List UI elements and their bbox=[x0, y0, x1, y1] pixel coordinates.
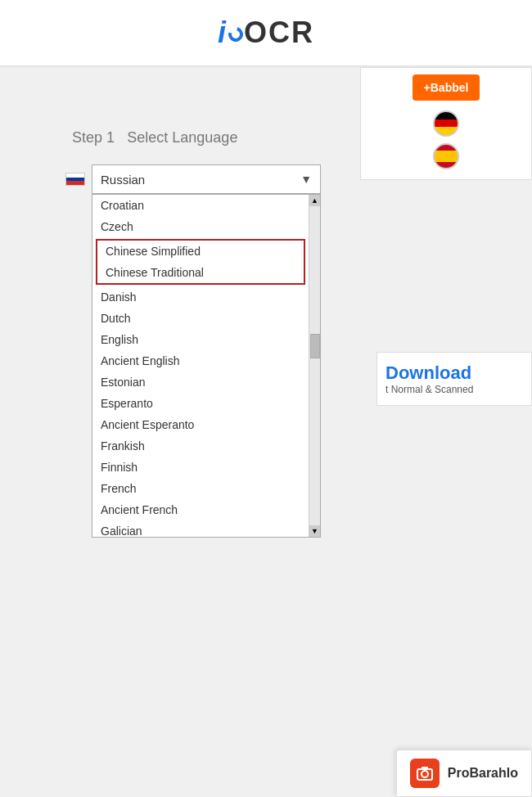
russian-flag-icon bbox=[65, 173, 85, 186]
download-title: Download bbox=[385, 362, 523, 384]
probarahlo-icon bbox=[410, 759, 440, 788]
dropdown-scrollbar[interactable]: ▲ ▼ bbox=[309, 195, 320, 537]
scrollbar-track bbox=[309, 206, 321, 525]
svg-rect-2 bbox=[422, 767, 428, 770]
list-item-french[interactable]: French bbox=[92, 478, 309, 499]
step-subtitle: Select Language bbox=[127, 129, 237, 146]
list-item-galician[interactable]: Galician bbox=[92, 520, 309, 538]
list-item-chinese-traditional[interactable]: Chinese Traditional bbox=[97, 262, 304, 283]
list-item-dutch[interactable]: Dutch bbox=[92, 308, 309, 329]
list-item-frankish[interactable]: Frankish bbox=[92, 435, 309, 457]
main-content: Step 1 Select Language Russian ▼ Croatia… bbox=[0, 98, 532, 210]
scrollbar-thumb[interactable] bbox=[310, 334, 320, 358]
step-number: Step 1 bbox=[72, 129, 115, 146]
step-title: Step 1 Select Language bbox=[65, 123, 467, 148]
language-selector: Russian ▼ Croatian Czech Chinese Simplif… bbox=[65, 164, 467, 194]
dropdown-list: Croatian Czech Chinese Simplified Chines… bbox=[92, 195, 309, 538]
list-item-ancient-esperanto[interactable]: Ancient Esperanto bbox=[92, 414, 309, 435]
download-subtitle: t Normal & Scanned bbox=[385, 384, 523, 395]
list-item-ancient-french[interactable]: Ancient French bbox=[92, 499, 309, 520]
list-item[interactable]: Czech bbox=[92, 216, 309, 237]
logo-ocr: OCR bbox=[244, 16, 314, 49]
list-item[interactable]: Croatian bbox=[92, 195, 309, 216]
logo-i: i bbox=[218, 16, 228, 49]
chinese-group: Chinese Simplified Chinese Traditional bbox=[96, 239, 305, 285]
list-item-estonian[interactable]: Estonian bbox=[92, 371, 309, 393]
scrollbar-down-button[interactable]: ▼ bbox=[309, 525, 321, 537]
list-item-ancient-english[interactable]: Ancient English bbox=[92, 350, 309, 371]
scrollbar-up-button[interactable]: ▲ bbox=[309, 195, 321, 206]
list-item-english[interactable]: English bbox=[92, 329, 309, 350]
selected-language-label: Russian bbox=[101, 173, 145, 187]
header: iOCR bbox=[0, 0, 532, 65]
logo-curve-icon bbox=[226, 25, 246, 45]
logo: iOCR bbox=[218, 16, 314, 50]
camera-icon bbox=[416, 764, 434, 782]
language-dropdown[interactable]: Croatian Czech Chinese Simplified Chines… bbox=[92, 194, 321, 538]
footer-bar: ProBarahlo bbox=[396, 750, 532, 797]
list-item-finnish[interactable]: Finnish bbox=[92, 457, 309, 478]
probarahlo-label: ProBarahlo bbox=[448, 766, 518, 781]
svg-point-1 bbox=[422, 771, 428, 777]
dropdown-content: Croatian Czech Chinese Simplified Chines… bbox=[92, 195, 320, 538]
download-panel: Download t Normal & Scanned bbox=[376, 352, 532, 406]
list-item-chinese-simplified[interactable]: Chinese Simplified bbox=[97, 241, 304, 262]
select-arrow-icon: ▼ bbox=[300, 173, 312, 186]
babbel-button[interactable]: +Babbel bbox=[413, 74, 480, 101]
language-select[interactable]: Russian ▼ bbox=[92, 164, 321, 194]
list-item[interactable]: Danish bbox=[92, 286, 309, 308]
list-item-esperanto[interactable]: Esperanto bbox=[92, 393, 309, 414]
